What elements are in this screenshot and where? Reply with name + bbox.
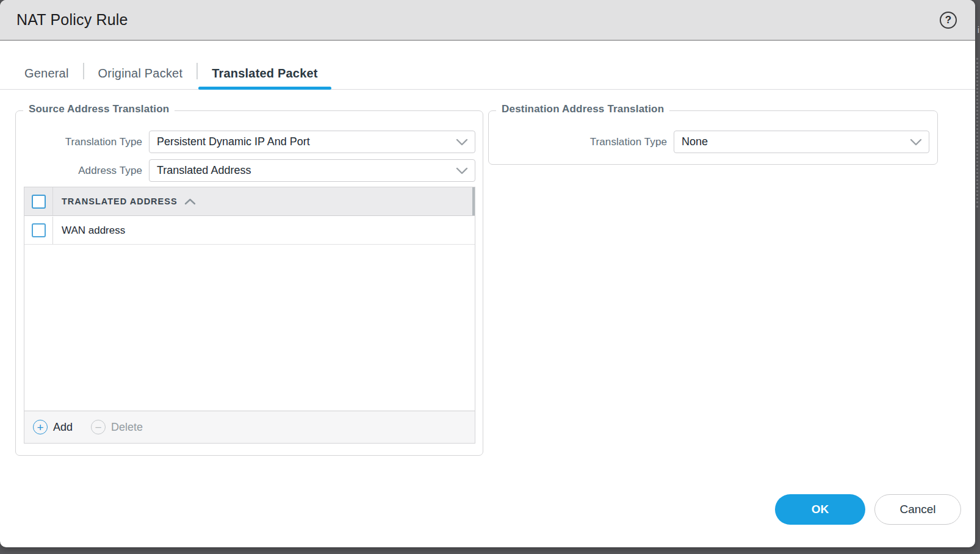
obscured-page-dotted-edge xyxy=(976,58,978,207)
plus-circle-icon: + xyxy=(33,420,48,434)
header-checkbox-cell xyxy=(24,187,53,215)
ok-button[interactable]: OK xyxy=(775,494,865,525)
nat-policy-rule-dialog: NAT Policy Rule ? General Original Packe… xyxy=(0,0,975,547)
translated-address-cell: WAN address xyxy=(53,225,125,237)
chevron-down-icon xyxy=(456,167,468,174)
source-translation-type-select[interactable]: Persistent Dynamic IP And Port xyxy=(149,131,475,153)
table-footer-toolbar: + Add − Delete xyxy=(24,411,475,443)
tab-divider xyxy=(196,63,198,79)
tab-bar: General Original Packet Translated Packe… xyxy=(0,42,975,90)
chevron-down-icon xyxy=(456,138,468,146)
dialog-titlebar: NAT Policy Rule ? xyxy=(0,0,975,41)
minus-circle-icon: − xyxy=(91,420,106,434)
table-row[interactable]: WAN address xyxy=(24,217,475,245)
obscured-page-fragment: i xyxy=(978,24,979,35)
address-type-value: Translated Address xyxy=(157,164,251,177)
plus-glyph: + xyxy=(37,422,43,433)
dest-translation-type-value: None xyxy=(682,135,708,148)
address-type-select[interactable]: Translated Address xyxy=(149,159,475,182)
dialog-actions: OK Cancel xyxy=(0,494,975,525)
translation-type-label: Translation Type xyxy=(16,136,149,148)
table-header-row: TRANSLATED ADDRESS xyxy=(24,187,475,216)
add-button[interactable]: + Add xyxy=(33,420,73,434)
dialog-title: NAT Policy Rule xyxy=(16,11,128,29)
translated-address-column-header[interactable]: TRANSLATED ADDRESS xyxy=(53,196,196,206)
delete-button-label: Delete xyxy=(111,421,143,434)
tab-general[interactable]: General xyxy=(24,67,69,81)
sort-ascending-icon xyxy=(184,198,196,205)
help-glyph: ? xyxy=(945,14,951,26)
minus-glyph: − xyxy=(95,422,101,433)
tab-translated-packet[interactable]: Translated Packet xyxy=(212,67,318,81)
row-checkbox[interactable] xyxy=(32,223,46,237)
dest-translation-type-select[interactable]: None xyxy=(674,131,929,153)
cancel-button[interactable]: Cancel xyxy=(874,494,961,525)
add-button-label: Add xyxy=(53,421,73,434)
source-translation-type-value: Persistent Dynamic IP And Port xyxy=(157,135,310,148)
delete-button[interactable]: − Delete xyxy=(91,420,143,434)
dest-translation-type-label: Translation Type xyxy=(489,136,674,148)
row-checkbox-cell xyxy=(24,217,53,244)
source-address-translation-legend: Source Address Translation xyxy=(23,103,175,115)
tab-divider xyxy=(83,63,84,79)
chevron-down-icon xyxy=(910,138,922,146)
tab-original-packet[interactable]: Original Packet xyxy=(98,67,183,81)
translated-address-table: TRANSLATED ADDRESS WAN address + Add xyxy=(24,187,475,444)
select-all-checkbox[interactable] xyxy=(32,195,46,209)
source-address-translation-group: Source Address Translation Translation T… xyxy=(15,110,483,456)
help-icon[interactable]: ? xyxy=(940,12,957,29)
destination-address-translation-legend: Destination Address Translation xyxy=(496,103,669,115)
destination-address-translation-group: Destination Address Translation Translat… xyxy=(488,110,938,165)
column-header-label: TRANSLATED ADDRESS xyxy=(62,196,178,206)
address-type-label: Address Type xyxy=(16,165,149,177)
